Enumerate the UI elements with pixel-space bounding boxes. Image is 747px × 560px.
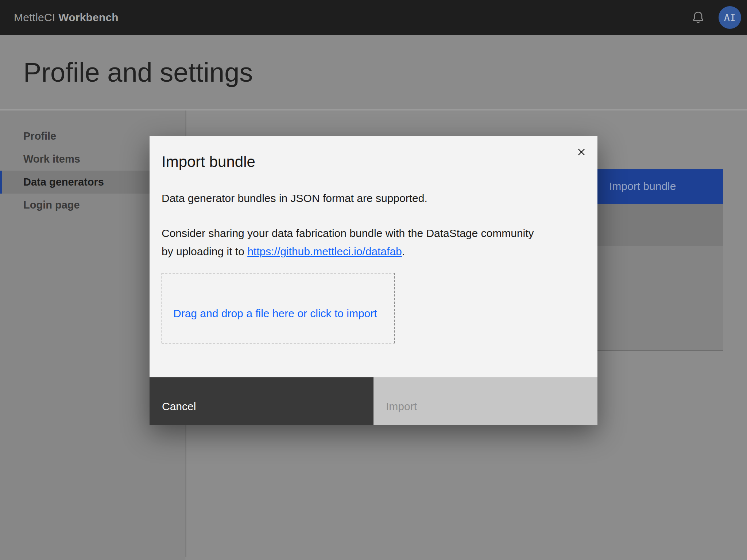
app-root: MettleCIWorkbench AI Profile and setting… xyxy=(0,0,747,560)
avatar-initials: AI xyxy=(724,12,736,23)
close-icon xyxy=(576,147,587,159)
bell-icon xyxy=(691,10,705,26)
modal-title: Import bundle xyxy=(150,136,597,171)
modal-footer: Cancel Import xyxy=(150,377,597,425)
modal-share-text: Consider sharing your data fabrication b… xyxy=(162,224,537,261)
brand-suffix: Workbench xyxy=(58,11,119,23)
share-text-suffix: . xyxy=(402,245,405,257)
user-avatar[interactable]: AI xyxy=(719,6,741,29)
modal-close-button[interactable] xyxy=(572,143,591,162)
dropzone-label: Drag and drop a file here or click to im… xyxy=(173,307,377,319)
import-bundle-button[interactable]: Import bundle xyxy=(587,169,723,204)
notifications-button[interactable] xyxy=(686,6,710,29)
modal-body: Data generator bundles in JSON format ar… xyxy=(150,191,597,343)
header-actions: AI xyxy=(686,6,747,29)
file-dropzone[interactable]: Drag and drop a file here or click to im… xyxy=(162,273,395,343)
modal-supported-format-text: Data generator bundles in JSON format ar… xyxy=(162,191,585,205)
brand: MettleCIWorkbench xyxy=(14,11,119,24)
datafab-link[interactable]: https://github.mettleci.io/datafab xyxy=(247,245,402,257)
top-header-bar: MettleCIWorkbench AI xyxy=(0,0,747,35)
cancel-button[interactable]: Cancel xyxy=(150,377,374,425)
page-title: Profile and settings xyxy=(23,57,253,88)
brand-prefix: MettleCI xyxy=(14,11,55,23)
import-button[interactable]: Import xyxy=(374,377,597,425)
import-bundle-modal: Import bundle Data generator bundles in … xyxy=(150,136,597,425)
